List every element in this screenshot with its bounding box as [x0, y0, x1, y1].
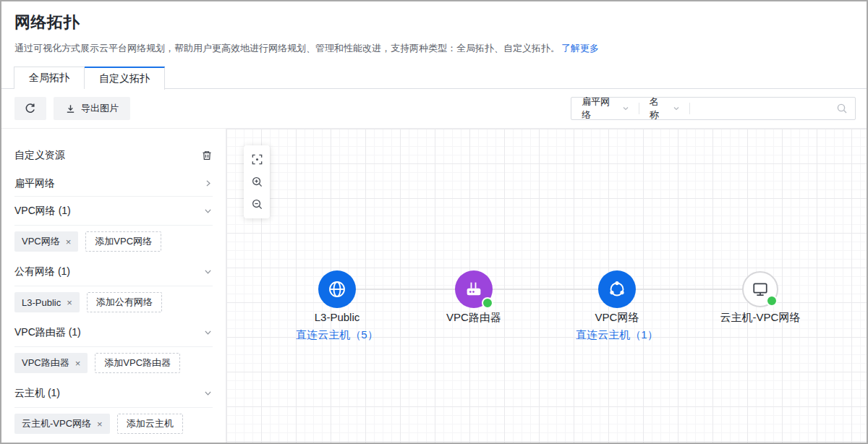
router-icon	[463, 278, 485, 300]
chevron-down-icon	[621, 104, 630, 113]
resource-type-select[interactable]: 扁平网络	[571, 95, 639, 121]
tag-label: L3-Public	[22, 297, 61, 308]
connected-vm-link[interactable]: 直连云主机（1）	[537, 328, 697, 342]
tab-custom-topology[interactable]: 自定义拓扑	[85, 67, 165, 90]
topology-edge	[337, 289, 760, 290]
node-label: L3-Public	[258, 311, 417, 323]
resource-type-value: 扁平网络	[582, 95, 614, 121]
section-tags-vpc-router: VPC路由器 × 添加VPC路由器	[14, 353, 213, 373]
page-header: 网络拓扑 通过可视化方式展示云平台网络规划，帮助用户更高效地进行网络规划、管理和…	[1, 1, 867, 55]
chevron-down-icon	[672, 104, 681, 113]
remove-tag-icon[interactable]: ×	[67, 297, 72, 308]
status-running-dot	[766, 295, 778, 307]
chevron-down-icon	[203, 206, 213, 215]
node-label: VPC网络	[537, 311, 697, 325]
section-tags-vm-instance: 云主机-VPC网络 × 添加云主机	[14, 414, 213, 434]
tag-label: 云主机-VPC网络	[22, 417, 91, 430]
remove-tag-icon[interactable]: ×	[66, 236, 72, 247]
node-label: VPC路由器	[394, 311, 553, 325]
section-header-label: VPC路由器 (1)	[14, 326, 81, 339]
sidebar-section-public-network[interactable]: 公有网络 (1)	[14, 257, 213, 286]
network-topology-page: 网络拓扑 通过可视化方式展示云平台网络规划，帮助用户更高效地进行网络规划、管理和…	[0, 0, 868, 444]
remove-tag-icon[interactable]: ×	[75, 358, 81, 369]
globe-icon	[326, 278, 348, 300]
tag-vpc-network[interactable]: VPC网络 ×	[14, 231, 78, 252]
tag-vm-vpc-network[interactable]: 云主机-VPC网络 ×	[14, 414, 110, 434]
refresh-button[interactable]	[14, 97, 46, 120]
tag-label: VPC网络	[22, 235, 60, 248]
zoom-out-button[interactable]	[244, 193, 270, 215]
section-tags-public-network: L3-Public × 添加公有网络	[14, 292, 213, 312]
chevron-right-icon	[203, 179, 213, 188]
download-icon	[65, 103, 76, 114]
flat-network-label: 扁平网络	[14, 177, 55, 190]
learn-more-link[interactable]: 了解更多	[561, 43, 599, 54]
export-image-label: 导出图片	[81, 102, 119, 115]
node-label: 云主机-VPC网络	[681, 311, 840, 325]
section-tags-vpc-network: VPC网络 × 添加VPC网络	[14, 231, 213, 252]
page-description-text: 通过可视化方式展示云平台网络规划，帮助用户更高效地进行网络规划、管理和性能改进，…	[14, 43, 560, 54]
sidebar-section-vpc-network[interactable]: VPC网络 (1)	[14, 197, 213, 226]
page-description: 通过可视化方式展示云平台网络规划，帮助用户更高效地进行网络规划、管理和性能改进，…	[14, 42, 854, 55]
sidebar-item-flat-network[interactable]: 扁平网络	[14, 171, 213, 197]
topology-canvas[interactable]: L3-Public 直连云主机（5） VPC路由器	[226, 129, 867, 444]
export-image-button[interactable]: 导出图片	[54, 97, 130, 120]
fit-view-button[interactable]	[244, 148, 270, 171]
search-field-select[interactable]: 名称	[639, 95, 689, 121]
search-group: 扁平网络 名称	[571, 97, 856, 120]
sidebar-section-vpc-router[interactable]: VPC路由器 (1)	[14, 318, 213, 347]
tag-label: VPC路由器	[22, 357, 69, 370]
status-running-dot	[482, 297, 493, 309]
topology-tabbar: 全局拓扑 自定义拓扑	[1, 67, 867, 89]
search-icon	[836, 103, 848, 114]
add-vm-instance-button[interactable]: 添加云主机	[117, 414, 183, 434]
network-share-icon	[606, 278, 628, 300]
sidebar-title: 自定义资源	[14, 149, 65, 162]
chevron-down-icon	[203, 267, 213, 276]
sidebar-title-row: 自定义资源	[14, 145, 213, 166]
canvas-zoom-panel	[244, 145, 270, 218]
connected-vm-link[interactable]: 直连云主机（5）	[258, 328, 417, 342]
remove-tag-icon[interactable]: ×	[97, 419, 103, 430]
tag-vpc-router[interactable]: VPC路由器 ×	[14, 353, 88, 373]
tag-l3-public[interactable]: L3-Public ×	[14, 292, 80, 312]
public-network-node-icon[interactable]	[318, 270, 356, 308]
vpc-network-node-icon[interactable]	[598, 270, 636, 308]
add-vpc-network-button[interactable]: 添加VPC网络	[85, 231, 161, 252]
chevron-down-icon	[203, 388, 213, 398]
zoom-in-button[interactable]	[244, 171, 270, 193]
page-title: 网络拓扑	[14, 12, 854, 33]
content-area: 自定义资源 扁平网络 VPC网络 (1)	[1, 128, 867, 444]
search-field-value: 名称	[650, 95, 665, 121]
add-vpc-router-button[interactable]: 添加VPC路由器	[95, 353, 180, 373]
chevron-down-icon	[203, 328, 213, 337]
tab-global-topology[interactable]: 全局拓扑	[14, 67, 85, 89]
search-button[interactable]	[829, 103, 855, 114]
custom-resource-sidebar: 自定义资源 扁平网络 VPC网络 (1)	[1, 129, 226, 444]
refresh-icon	[25, 103, 36, 114]
sidebar-section-vm-instance[interactable]: 云主机 (1)	[14, 379, 213, 408]
trash-icon[interactable]	[201, 150, 213, 161]
vpc-router-node-icon[interactable]	[455, 270, 493, 308]
add-public-network-button[interactable]: 添加公有网络	[87, 292, 162, 312]
section-header-label: VPC网络 (1)	[14, 205, 71, 218]
search-input[interactable]	[690, 98, 829, 119]
toolbar: 导出图片 扁平网络 名称	[1, 89, 867, 128]
section-header-label: 云主机 (1)	[14, 387, 60, 400]
section-header-label: 公有网络 (1)	[14, 265, 70, 278]
vm-instance-node-icon[interactable]	[742, 271, 778, 307]
